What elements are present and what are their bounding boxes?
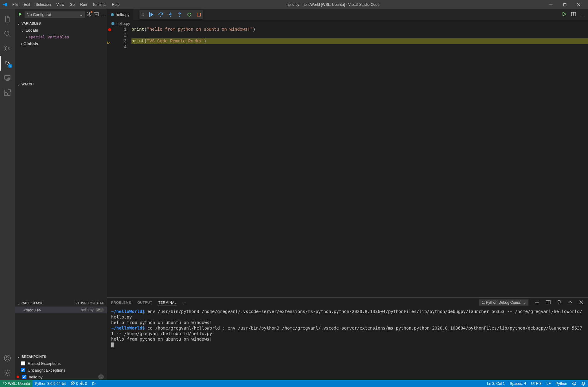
menu-help[interactable]: Help — [110, 1, 122, 8]
breakpoint-uncaught-exceptions[interactable]: Uncaught Exceptions — [15, 367, 107, 373]
tab-hello-py[interactable]: ⬢ hello.py — [107, 9, 134, 20]
callstack-frame[interactable]: <module> hello.py 3:1 — [15, 307, 107, 313]
more-icon[interactable]: ··· — [183, 299, 186, 306]
bp-count: 1 — [98, 374, 104, 379]
run-button[interactable] — [562, 12, 567, 18]
warning-icon — [80, 381, 84, 386]
start-debug-button[interactable] — [18, 12, 23, 18]
window-title: hello.py - helloWorld [WSL: Ubuntu] - Vi… — [122, 2, 544, 7]
search-icon[interactable] — [0, 26, 15, 41]
run-debug-icon[interactable]: 1 — [0, 56, 15, 71]
bp-checkbox[interactable] — [22, 375, 26, 379]
debug-action-toolbar[interactable]: ⠿ — [139, 10, 203, 19]
panel-tab-output[interactable]: OUTPUT — [137, 299, 152, 306]
variables-locals[interactable]: ⌄Locals — [18, 27, 107, 33]
callstack-title: Call Stack — [21, 301, 43, 305]
status-debug-start[interactable] — [89, 380, 99, 387]
status-language[interactable]: Python — [553, 380, 570, 387]
chevron-up-icon[interactable] — [568, 300, 573, 305]
breakpoint-dot-icon[interactable] — [108, 28, 111, 31]
bp-checkbox[interactable] — [21, 361, 25, 366]
glyph-margin[interactable]: ▷ — [107, 27, 113, 297]
special-variables-label: special variables — [28, 35, 69, 39]
breakpoint-file[interactable]: hello.py 1 — [15, 373, 107, 380]
restart-button[interactable] — [187, 12, 192, 17]
maximize-button[interactable] — [558, 0, 572, 9]
status-problems[interactable]: 0 0 — [68, 380, 89, 387]
split-terminal-icon[interactable] — [546, 300, 551, 305]
debug-console-icon[interactable] — [94, 12, 99, 18]
menu-run[interactable]: Run — [78, 1, 89, 8]
breakpoints-header[interactable]: ⌄Breakpoints — [15, 353, 107, 360]
continue-button[interactable] — [149, 12, 154, 17]
status-bell-icon[interactable] — [579, 380, 588, 387]
stop-button[interactable] — [196, 12, 201, 17]
svg-point-21 — [6, 356, 8, 358]
svg-point-28 — [160, 16, 161, 17]
editor-tabs: ⬢ hello.py ⠿ ··· — [107, 9, 588, 20]
step-out-button[interactable] — [177, 12, 182, 17]
source-control-icon[interactable] — [0, 41, 15, 56]
debug-toolbar: No Configurat⌄ ··· — [15, 9, 107, 20]
step-over-button[interactable] — [158, 12, 163, 17]
breadcrumb[interactable]: ⬢ hello.py — [107, 20, 588, 27]
settings-gear-icon[interactable] — [0, 366, 15, 380]
trash-icon[interactable] — [557, 300, 562, 305]
status-eol[interactable]: LF — [544, 380, 553, 387]
watch-header[interactable]: ⌄Watch — [15, 81, 107, 88]
minimize-button[interactable] — [544, 0, 558, 9]
menu-edit[interactable]: Edit — [21, 1, 33, 8]
menu-file[interactable]: File — [10, 1, 21, 8]
close-icon[interactable] — [579, 300, 584, 305]
error-count: 0 — [76, 381, 78, 386]
extensions-icon[interactable] — [0, 85, 15, 100]
bp-checkbox[interactable] — [21, 368, 25, 372]
bottom-panel: PROBLEMS OUTPUT TERMINAL ··· 1: Python D… — [107, 297, 588, 380]
code-editor[interactable]: ▷ 1 2 3 4 print("hello from python on ub… — [107, 27, 588, 297]
panel-tab-terminal[interactable]: TERMINAL — [158, 299, 177, 306]
callstack-status: Paused on step — [76, 302, 104, 305]
variables-header[interactable]: ⌄Variables — [15, 20, 107, 27]
terminal-select[interactable]: 1: Python Debug Consc⌄ — [479, 299, 528, 306]
menu-view[interactable]: View — [54, 1, 67, 8]
menu-go[interactable]: Go — [67, 1, 77, 8]
debug-config-select[interactable]: No Configurat⌄ — [25, 11, 85, 18]
status-python[interactable]: Python 3.6.9 64-bit — [32, 380, 68, 387]
new-terminal-icon[interactable] — [535, 300, 539, 305]
more-icon[interactable]: ··· — [580, 12, 584, 17]
step-into-button[interactable] — [168, 12, 173, 17]
python-file-icon: ⬢ — [111, 12, 114, 17]
terminal-output[interactable]: ~/helloWorld$ env /usr/bin/python3 /home… — [107, 307, 588, 380]
terminal-select-label: 1: Python Debug Consc — [482, 300, 521, 305]
watch-title: Watch — [21, 82, 34, 86]
svg-marker-23 — [19, 12, 22, 16]
status-encoding[interactable]: UTF-8 — [529, 380, 544, 387]
accounts-icon[interactable] — [0, 351, 15, 366]
status-remote[interactable]: WSL: Ubuntu — [0, 380, 32, 387]
chevron-right-icon: › — [21, 41, 22, 46]
close-button[interactable] — [572, 0, 586, 9]
svg-marker-34 — [563, 12, 566, 16]
callstack-header[interactable]: ⌄Call StackPaused on step — [15, 300, 107, 307]
status-feedback-icon[interactable] — [570, 380, 579, 387]
breakpoint-raised-exceptions[interactable]: Raised Exceptions — [15, 360, 107, 367]
status-spaces[interactable]: Spaces: 4 — [507, 380, 528, 387]
grip-icon[interactable]: ⠿ — [141, 12, 144, 17]
remote-icon — [2, 381, 7, 386]
panel-tab-problems[interactable]: PROBLEMS — [111, 299, 131, 306]
debug-sidebar: No Configurat⌄ ··· ⌄Variables ⌄Locals ›s… — [15, 9, 107, 380]
remote-explorer-icon[interactable] — [0, 71, 15, 85]
explorer-icon[interactable] — [0, 12, 15, 26]
menu-selection[interactable]: Selection — [33, 1, 53, 8]
bp-label: hello.py — [29, 375, 43, 379]
breakpoints-title: Breakpoints — [21, 355, 46, 358]
vscode-logo-icon — [2, 2, 7, 7]
code-content[interactable]: print("hello from python on ubuntu on wi… — [131, 27, 588, 297]
debug-settings-gear-icon[interactable] — [87, 12, 92, 18]
status-cursor-position[interactable]: Ln 3, Col 1 — [485, 380, 507, 387]
menu-terminal[interactable]: Terminal — [90, 1, 109, 8]
variables-globals[interactable]: ›Globals — [18, 40, 107, 47]
more-icon[interactable]: ··· — [100, 12, 104, 17]
split-editor-icon[interactable] — [571, 12, 576, 18]
variables-special[interactable]: ›special variables — [18, 33, 107, 40]
